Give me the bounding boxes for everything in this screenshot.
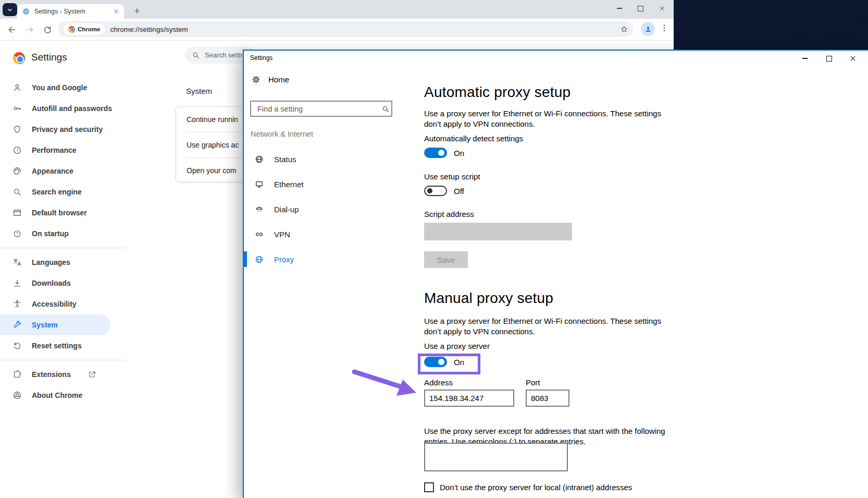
browser-tab[interactable]: Settings - System <box>17 4 124 19</box>
save-button[interactable]: Save <box>424 251 468 268</box>
sidebar-item-label: Privacy and security <box>32 125 103 133</box>
chevron-down-icon <box>6 6 14 14</box>
sidebar-item-on-startup[interactable]: On startup <box>0 223 110 244</box>
chrome-settings-sidebar: You and GoogleAutofill and passwordsPriv… <box>0 77 125 406</box>
translate-icon <box>13 258 22 267</box>
nav-item-label: Dial-up <box>274 205 299 214</box>
proxy-port-input[interactable] <box>526 390 569 407</box>
toggle-state-label: On <box>454 358 464 367</box>
dialog-window-controls <box>793 51 865 66</box>
new-tab-button[interactable] <box>131 5 143 17</box>
sidebar-item-downloads[interactable]: Downloads <box>0 273 110 294</box>
home-label: Home <box>268 75 289 84</box>
sidebar-item-label: You and Google <box>32 83 87 92</box>
sidebar-item-label: Extensions <box>32 370 71 379</box>
proxy-address-input[interactable] <box>424 390 514 407</box>
ethernet-icon <box>255 180 264 189</box>
sidebar-item-reset-settings[interactable]: Reset settings <box>0 335 110 356</box>
search-icon <box>192 51 200 59</box>
nav-item-status[interactable]: Status <box>244 147 396 172</box>
close-icon <box>849 55 857 62</box>
maximize-icon <box>826 56 832 62</box>
sidebar-item-label: Search engine <box>32 188 82 196</box>
nav-item-proxy[interactable]: Proxy <box>244 247 396 272</box>
search-icon <box>13 187 22 197</box>
dialog-close-button[interactable] <box>841 51 865 66</box>
section-label: System <box>186 87 212 95</box>
browser-minimize-button[interactable] <box>609 1 630 16</box>
nav-item-ethernet[interactable]: Ethernet <box>244 172 396 197</box>
chrome-logo-icon <box>13 52 25 64</box>
tab-favicon-gear-icon <box>22 7 30 16</box>
palette-icon <box>13 166 22 176</box>
sidebar-item-performance[interactable]: Performance <box>0 140 110 161</box>
wrench-icon <box>13 320 22 330</box>
dialog-maximize-button[interactable] <box>817 51 841 66</box>
nav-item-home[interactable]: Home <box>252 75 289 84</box>
local-addresses-checkbox[interactable] <box>424 482 434 492</box>
sidebar-item-accessibility[interactable]: Accessibility <box>0 294 110 314</box>
sidebar-item-label: System <box>32 321 58 329</box>
sidebar-item-label: Performance <box>32 146 77 154</box>
use-proxy-server-label: Use a proxy server <box>424 342 490 350</box>
local-addresses-label: Don’t use the proxy server for local (in… <box>440 483 632 492</box>
browser-icon <box>13 208 22 217</box>
desktop-background <box>674 0 868 50</box>
sidebar-item-autofill-and-passwords[interactable]: Autofill and passwords <box>0 98 110 119</box>
detect-settings-label: Automatically detect settings <box>424 134 523 143</box>
tab-title: Settings - System <box>34 8 109 15</box>
sidebar-item-default-browser[interactable]: Default browser <box>0 202 110 223</box>
address-bar[interactable]: Chrome chrome://settings/system <box>58 21 634 37</box>
forward-button[interactable] <box>25 25 34 34</box>
bookmark-star-icon[interactable] <box>620 25 628 33</box>
sidebar-item-appearance[interactable]: Appearance <box>0 161 110 181</box>
use-proxy-server-toggle[interactable] <box>424 357 447 367</box>
sidebar-item-privacy-and-security[interactable]: Privacy and security <box>0 119 110 140</box>
accessibility-icon <box>13 299 22 309</box>
nav-item-vpn[interactable]: VPN <box>244 222 396 247</box>
nav-item-dial-up[interactable]: Dial-up <box>244 197 396 222</box>
globe-icon <box>255 255 264 264</box>
sidebar-item-label: Autofill and passwords <box>32 104 112 113</box>
vpn-icon <box>255 230 264 239</box>
browser-maximize-button[interactable] <box>630 1 651 16</box>
url-text: chrome://settings/system <box>110 26 188 33</box>
reset-icon <box>13 341 22 350</box>
browser-window-controls <box>609 1 673 16</box>
chrome-settings-title: Settings <box>31 52 67 63</box>
power-icon <box>13 229 22 238</box>
tab-search-button[interactable] <box>3 3 17 16</box>
port-label: Port <box>526 378 540 387</box>
sidebar-item-extensions[interactable]: Extensions <box>0 364 110 385</box>
search-icon <box>381 105 390 113</box>
browser-close-button[interactable] <box>651 1 673 16</box>
manual-proxy-heading: Manual proxy setup <box>424 290 553 307</box>
external-link-icon <box>88 370 96 379</box>
download-icon <box>13 278 22 288</box>
sidebar-item-languages[interactable]: Languages <box>0 252 110 273</box>
back-button[interactable] <box>7 25 17 34</box>
sidebar-item-about-chrome[interactable]: About Chrome <box>0 385 110 406</box>
find-a-setting-input[interactable] <box>256 104 381 114</box>
profile-avatar[interactable] <box>641 22 655 36</box>
find-a-setting-box[interactable] <box>250 101 392 117</box>
proxy-exceptions-input[interactable] <box>424 443 568 471</box>
setup-script-toggle-row: Off <box>424 186 464 196</box>
sidebar-item-system[interactable]: System <box>0 314 110 335</box>
tab-close-icon[interactable] <box>113 8 119 15</box>
reload-button[interactable] <box>43 25 52 34</box>
sidebar-divider <box>0 360 125 360</box>
sidebar-item-label: Reset settings <box>32 342 82 350</box>
nav-section-label: Network & Internet <box>251 130 313 138</box>
script-address-label: Script address <box>424 210 474 218</box>
sidebar-item-you-and-google[interactable]: You and Google <box>0 77 110 98</box>
browser-menu-icon[interactable] <box>660 23 669 33</box>
dialog-minimize-button[interactable] <box>793 51 817 66</box>
detect-settings-toggle[interactable] <box>424 148 447 158</box>
shield-icon <box>13 125 22 134</box>
chip-label: Chrome <box>78 26 100 32</box>
setup-script-toggle[interactable] <box>424 186 447 196</box>
sidebar-item-search-engine[interactable]: Search engine <box>0 181 110 202</box>
address-label: Address <box>424 378 453 387</box>
script-address-input[interactable] <box>424 223 572 240</box>
